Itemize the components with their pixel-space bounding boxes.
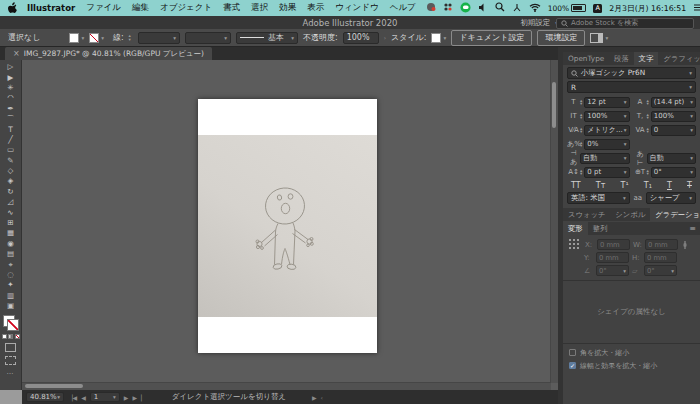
drawing-mode-icon[interactable] <box>5 343 16 352</box>
checkbox-0[interactable] <box>569 349 576 356</box>
volume-icon[interactable] <box>478 3 488 14</box>
font-size-control[interactable]: T ▴▾ 12 pt▾ <box>567 96 630 108</box>
subscript-button[interactable]: T₁ <box>642 181 654 190</box>
fill-swatch[interactable]: ▾ <box>69 33 84 43</box>
width-tool-icon[interactable]: ∿ <box>0 207 22 217</box>
next-artboard-icon[interactable]: ▶ <box>124 394 129 401</box>
variable-width-profile-field[interactable]: ▾ <box>185 32 231 44</box>
edit-toolbar-icon[interactable]: … <box>7 368 15 376</box>
battery-indicator[interactable]: 100% <box>548 4 586 13</box>
control-center-icon[interactable] <box>693 3 700 13</box>
kerning-control[interactable]: V⁄A ▴▾ メトリク...▾ <box>567 124 630 136</box>
opacity-field[interactable]: 100% <box>343 32 379 44</box>
language-field[interactable]: 英語: 米国▾ <box>567 192 630 204</box>
brush-definition-field[interactable]: 基本 ▾ <box>236 32 298 44</box>
blend-tool-icon[interactable]: ◌ <box>0 270 22 280</box>
leading-control[interactable]: A ▴▾ (14.4 pt)▾ <box>634 96 697 108</box>
cluster-app-icon[interactable] <box>443 2 453 14</box>
character-panel-tab[interactable]: 段落 <box>609 52 634 65</box>
menubar-clock[interactable]: 2月3日(月) 16:16:51 <box>609 3 686 14</box>
menu-item-8[interactable]: ウィンドウ <box>334 2 380 14</box>
all-caps-button[interactable]: TT <box>569 181 583 190</box>
workspace-switcher[interactable]: 初期設定 ▾ <box>520 17 558 28</box>
screen-mode-icon[interactable] <box>5 356 16 365</box>
character-rotation-control[interactable]: ⊕T ▴▾ 0°▾ <box>634 166 697 178</box>
selection-tool-icon[interactable]: ▷ <box>0 62 22 72</box>
swatch-panel-tab[interactable]: シンボル <box>610 208 650 221</box>
first-artboard-icon[interactable]: ▕◀ <box>68 394 77 401</box>
constrain-proportions-icon[interactable] <box>681 240 689 250</box>
keyboard-icon[interactable] <box>512 3 522 14</box>
aki-right-control[interactable]: あ⊢ 自動▾ <box>634 152 697 164</box>
line-segment-tool-icon[interactable]: ╱ <box>0 135 22 145</box>
y-field[interactable]: 0 mm <box>596 252 629 263</box>
swatch-panel-tab[interactable]: グラデーション <box>650 208 700 221</box>
underline-button[interactable]: T <box>665 181 674 190</box>
close-tab-icon[interactable]: × <box>13 49 20 58</box>
line-app-icon[interactable] <box>460 2 471 15</box>
aki-left-control[interactable]: ⊣あ 自動▾ <box>567 152 630 164</box>
character-panel-tab[interactable]: 文字 <box>634 52 659 65</box>
last-artboard-icon[interactable]: ▶▕ <box>132 394 141 401</box>
none-mode-icon[interactable] <box>15 334 20 339</box>
tracking-control[interactable]: VA ▴▾ 0▾ <box>634 124 697 136</box>
font-family-field[interactable]: 小塚ゴシック Pr6N ▾ <box>567 67 696 79</box>
strikethrough-button[interactable]: T <box>685 181 694 190</box>
statusbar-expand-icon[interactable]: ▶ <box>312 394 317 401</box>
superscript-button[interactable]: T¹ <box>619 181 631 190</box>
transform-panel-menu-icon[interactable]: ≡ <box>685 222 700 235</box>
fill-stroke-indicator[interactable] <box>3 315 19 331</box>
small-caps-button[interactable]: Tт <box>594 181 608 190</box>
horizontal-scale-control[interactable]: T, ▴▾ 100%▾ <box>634 110 697 122</box>
menu-item-2[interactable]: 編集 <box>131 2 150 14</box>
menu-item-1[interactable]: ファイル <box>85 2 122 14</box>
spotlight-icon[interactable] <box>495 2 505 14</box>
opacity-panel-arrow-icon[interactable]: › <box>384 34 386 41</box>
shaper-tool-icon[interactable]: ◇ <box>0 166 22 176</box>
vertical-scale-control[interactable]: IT ▴▾ 100%▾ <box>567 110 630 122</box>
statusbar-collapse-icon[interactable]: ‹ <box>321 394 323 401</box>
gradient-tool-icon[interactable]: ▤ <box>0 249 22 259</box>
shear-angle-field[interactable]: 0°▾ <box>644 265 677 276</box>
font-style-field[interactable]: R ▾ <box>567 81 696 93</box>
placed-photo[interactable] <box>198 135 377 317</box>
horizontal-scrollbar-thumb[interactable] <box>25 384 83 388</box>
artboard-number-field[interactable]: 1▾ <box>90 392 120 402</box>
w-field[interactable]: 0 mm <box>645 239 678 250</box>
baseline-shift-control[interactable]: A↕ ▴▾ 0 pt▾ <box>567 166 630 178</box>
apple-icon[interactable] <box>8 2 17 15</box>
scale-tool-icon[interactable]: ◿ <box>0 197 22 207</box>
horizontal-scrollbar[interactable] <box>22 382 551 390</box>
curvature-tool-icon[interactable]: ⌒ <box>0 114 22 124</box>
stroke-width-stepper[interactable]: ▴▾ <box>129 34 131 41</box>
character-panel-tab[interactable]: グラフィックスタ <box>658 52 700 65</box>
stroke-width-field[interactable]: ▾ <box>138 32 180 44</box>
menu-item-illustrator[interactable]: Illustrator <box>26 3 76 13</box>
rotate-tool-icon[interactable]: ↻ <box>0 187 22 197</box>
type-tool-icon[interactable]: T <box>0 124 22 134</box>
preferences-button[interactable]: 環境設定 <box>537 30 585 46</box>
eraser-tool-icon[interactable]: ◈ <box>0 176 22 186</box>
direct-selection-tool-icon[interactable]: ▶ <box>0 72 22 82</box>
artboard-tool-icon[interactable]: ▣ <box>0 301 22 311</box>
prev-artboard-icon[interactable]: ◀ <box>81 394 86 401</box>
graph-tool-icon[interactable]: ▥ <box>0 291 22 301</box>
wifi-icon[interactable] <box>529 3 541 14</box>
input-source-icon[interactable]: A <box>593 4 602 13</box>
character-panel-tab[interactable]: OpenType <box>563 52 609 65</box>
shape-builder-tool-icon[interactable]: ▦ <box>0 228 22 238</box>
vertical-scrollbar-thumb[interactable] <box>552 82 556 128</box>
menu-item-7[interactable]: 表示 <box>306 2 325 14</box>
mesh-tool-icon[interactable]: ◉ <box>0 239 22 249</box>
menu-item-9[interactable]: ヘルプ <box>389 2 417 14</box>
canvas-area[interactable] <box>22 60 558 390</box>
lasso-tool-icon[interactable]: ◠ <box>0 93 22 103</box>
rotate-angle-field[interactable]: 0°▾ <box>596 265 629 276</box>
antialias-field[interactable]: シャープ▾ <box>646 192 696 204</box>
graphic-style-swatch[interactable]: ▾ <box>431 33 446 43</box>
document-setup-button[interactable]: ドキュメント設定 <box>451 30 532 46</box>
paintbrush-tool-icon[interactable]: ✎ <box>0 156 22 166</box>
reference-point-locator[interactable] <box>569 239 580 250</box>
magic-wand-tool-icon[interactable]: ✳ <box>0 83 22 93</box>
x-field[interactable]: 0 mm <box>597 239 630 250</box>
